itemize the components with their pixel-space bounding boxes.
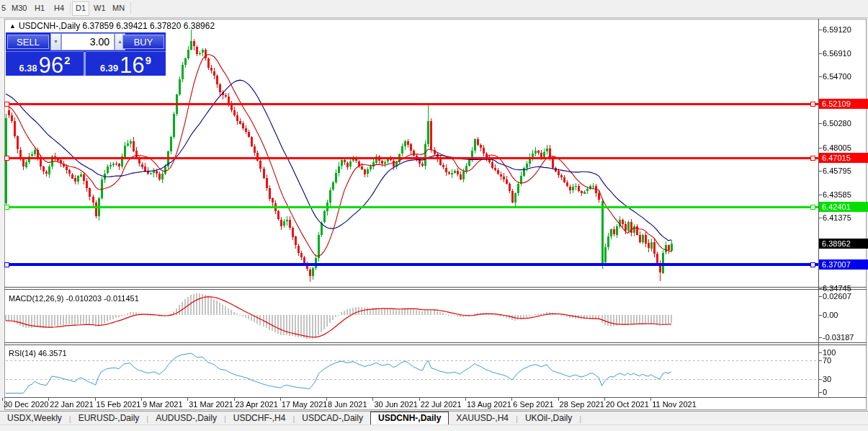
rsi-axis-label: 30 — [823, 375, 831, 383]
date-axis-label: 23 Apr 2021 — [236, 400, 278, 409]
timeframe-m30[interactable]: M30 — [9, 1, 30, 14]
chart-title-text: USDCNH-,Daily 6.37859 6.39421 6.37820 6.… — [19, 21, 215, 31]
volume-decrease-button[interactable]: ▼ — [50, 33, 61, 50]
status-strip — [0, 425, 868, 431]
sell-price-small: 6.38 — [19, 63, 37, 74]
sell-price-big: 96 — [39, 55, 63, 76]
date-axis-label: 22 Jan 2021 — [50, 400, 94, 409]
chart-shift-icon: ▲ — [9, 22, 16, 30]
chart-tab-usdcnh-daily[interactable]: USDCNH-,Daily — [370, 412, 449, 425]
timeframe-d1[interactable]: D1 — [72, 1, 89, 16]
price-axis-tick-label: 6.41375 — [823, 213, 851, 222]
one-click-trading-panel: SELL ▼ ▲ BUY 6.38 96 2 6.39 16 9 — [6, 32, 166, 76]
price-level-tag[interactable]: 6.47015 — [819, 153, 868, 163]
bid-price-tag: 6.38962 — [819, 239, 868, 249]
date-axis-label: 15 Feb 2021 — [97, 400, 141, 409]
chevron-up-icon: ▲ — [117, 39, 122, 44]
price-axis-tick-label: 6.50280 — [823, 119, 851, 128]
date-axis-label: 11 Nov 2021 — [652, 400, 697, 409]
toolbar-separator — [70, 2, 71, 14]
date-axis-label: 9 Mar 2021 — [143, 400, 183, 409]
timeframe-m5[interactable]: 5 — [0, 1, 9, 14]
volume-input[interactable] — [61, 33, 115, 50]
date-axis-label: 13 Aug 2021 — [467, 400, 511, 409]
price-level-tag[interactable]: 6.52109 — [819, 99, 868, 109]
date-axis-label: 8 Jun 2021 — [328, 400, 367, 409]
price-level-tag[interactable]: 6.37007 — [819, 259, 868, 270]
buy-price-superscript: 9 — [146, 54, 151, 66]
chart-tab-audusd-daily[interactable]: AUDUSD-,Daily — [148, 412, 224, 425]
price-axis-tick-label: 6.48005 — [823, 143, 851, 152]
price-axis-tick-label: 6.45795 — [823, 166, 851, 175]
chart-tab-usdx-weekly[interactable]: USDX,Weekly — [0, 412, 69, 425]
date-axis-label: 20 Oct 2021 — [606, 400, 649, 409]
date-axis-label: 31 Mar 2021 — [189, 400, 233, 409]
sell-button[interactable]: SELL — [7, 35, 49, 49]
chart-tab-usdcad-daily[interactable]: USDCAD-,Daily — [295, 412, 370, 425]
macd-axis-label: -0.03187 — [823, 333, 854, 342]
date-axis-label: 6 Sep 2021 — [513, 400, 553, 409]
chart-tab-usdchf-h4[interactable]: USDCHF-,H4 — [226, 412, 293, 425]
rsi-axis-label: 0 — [823, 388, 827, 396]
buy-button[interactable]: BUY — [122, 35, 164, 49]
price-axis-tick-label: 6.43585 — [823, 190, 851, 199]
rsi-axis-label: 70 — [823, 356, 831, 365]
timeframe-toolbar: 5 M30 H1 H4 D1 W1 MN — [0, 0, 868, 18]
price-axis-tick-label: 6.59120 — [823, 25, 851, 34]
price-axis-tick-label: 6.54700 — [823, 72, 851, 81]
sell-price-superscript: 2 — [64, 54, 70, 66]
sell-price[interactable]: 6.38 96 2 — [6, 51, 84, 76]
date-axis-label: 30 Jun 2021 — [374, 400, 418, 409]
price-axis-tick-label: 6.56910 — [823, 49, 851, 58]
chart-tab-bar: USDX,Weekly|EURUSD-,Daily|AUDUSD-,Daily|… — [0, 411, 868, 425]
date-axis-label: 30 Dec 2020 — [4, 400, 48, 409]
price-level-tag[interactable]: 6.42401 — [819, 202, 868, 212]
timeframe-h1[interactable]: H1 — [32, 1, 48, 14]
toolbar-separator — [130, 2, 131, 14]
macd-label: MACD(12,26,9) -0.010203 -0.011451 — [9, 294, 139, 303]
date-axis-label: 22 Jul 2021 — [421, 400, 462, 409]
tab-separator: | — [579, 414, 581, 425]
chart-tab-ukoil-daily[interactable]: UKOil-,Daily — [518, 412, 579, 425]
date-axis-label: 17 May 2021 — [282, 400, 328, 409]
buy-price-big: 16 — [120, 55, 144, 76]
date-axis-label: 28 Sep 2021 — [560, 400, 604, 409]
rsi-label: RSI(14) 46.3571 — [9, 349, 67, 357]
chart-title: ▲USDCNH-,Daily 6.37859 6.39421 6.37820 6… — [9, 21, 215, 31]
timeframe-w1[interactable]: W1 — [91, 1, 109, 14]
macd-axis-label: 0.00 — [823, 311, 838, 319]
chart-tab-eurusd-daily[interactable]: EURUSD-,Daily — [71, 412, 147, 425]
chart-tab-xauusd-h4[interactable]: XAUUSD-,H4 — [449, 412, 516, 425]
buy-price[interactable]: 6.39 16 9 — [86, 51, 166, 76]
timeframe-mn[interactable]: MN — [109, 1, 127, 14]
buy-price-small: 6.39 — [100, 63, 118, 74]
timeframe-h4[interactable]: H4 — [51, 1, 67, 14]
chevron-down-icon: ▼ — [53, 39, 58, 44]
macd-axis-label: 0.02607 — [823, 292, 851, 301]
